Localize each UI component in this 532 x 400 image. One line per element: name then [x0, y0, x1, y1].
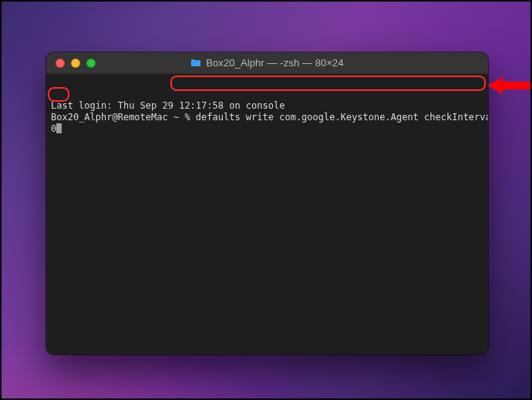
- terminal-window: Box20_Alphr — -zsh — 80×24 Last login: T…: [46, 52, 488, 355]
- titlebar: Box20_Alphr — -zsh — 80×24: [46, 52, 488, 74]
- shell-prompt: Box20_Alphr@RemoteMac ~ %: [51, 112, 196, 123]
- minimize-button[interactable]: [71, 59, 80, 68]
- close-button[interactable]: [56, 59, 65, 68]
- zoom-button[interactable]: [86, 59, 96, 68]
- last-login-line: Last login: Thu Sep 29 12:17:58 on conso…: [51, 100, 285, 111]
- folder-icon: [190, 59, 201, 67]
- callout-arrow-icon: [487, 76, 530, 96]
- command-text-line1: defaults write com.google.Keystone.Agent…: [196, 112, 488, 123]
- window-controls: [46, 59, 96, 68]
- terminal-content[interactable]: Last login: Thu Sep 29 12:17:58 on conso…: [46, 74, 488, 355]
- window-title: Box20_Alphr — -zsh — 80×24: [206, 57, 344, 69]
- scrollback-indicator-icon: [476, 77, 485, 86]
- cursor: [56, 123, 62, 133]
- svg-marker-4: [487, 77, 530, 94]
- command-text-line2: 0: [51, 123, 56, 134]
